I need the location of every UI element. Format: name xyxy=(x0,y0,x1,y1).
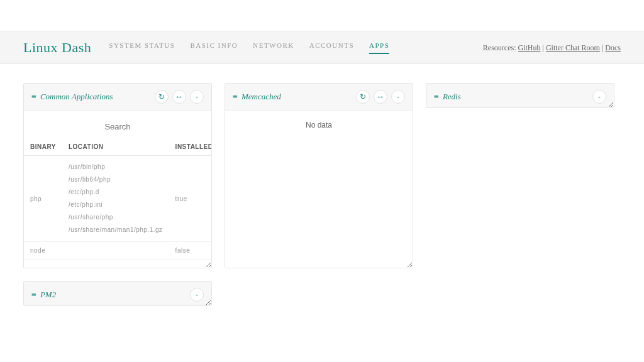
minimize-button[interactable]: - xyxy=(190,288,204,302)
tab-basic-info[interactable]: BASIC INFO xyxy=(190,41,238,54)
card-title-text: Common Applications xyxy=(40,92,113,102)
cell-location xyxy=(62,242,169,260)
card-pm2: ≡ PM2 - xyxy=(23,281,212,306)
dashboard-content: ≡ Common Applications ↻ ↔ - BINARY LOCAT… xyxy=(11,83,633,306)
col-installed[interactable]: INSTALLED xyxy=(169,138,211,156)
resources-prefix: Resources: xyxy=(483,43,518,52)
resources-links: Resources: GitHub | Gitter Chat Room | D… xyxy=(483,43,621,53)
top-navbar: Linux Dash SYSTEM STATUS BASIC INFO NETW… xyxy=(0,31,644,64)
tab-network[interactable]: NETWORK xyxy=(253,41,294,54)
cell-installed: true xyxy=(169,156,211,242)
link-docs[interactable]: Docs xyxy=(605,43,621,52)
card-title-text: Memcached xyxy=(242,92,281,102)
card-redis: ≡ Redis - xyxy=(426,83,614,108)
refresh-button[interactable]: ↻ xyxy=(356,90,370,104)
table-row: node false xyxy=(24,242,211,260)
brand-title: Linux Dash xyxy=(23,40,91,56)
expand-button[interactable]: ↔ xyxy=(374,90,387,104)
minimize-button[interactable]: - xyxy=(190,90,204,104)
cell-location: /usr/bin/php /usr/lib64/php /etc/php.d /… xyxy=(62,156,169,242)
link-github[interactable]: GitHub xyxy=(518,43,541,52)
apps-table: BINARY LOCATION INSTALLED php /usr/bin/p… xyxy=(24,138,211,260)
card-memcached: ≡ Memcached ↻ ↔ - No data xyxy=(225,83,413,268)
sep: | xyxy=(541,43,546,52)
drag-icon[interactable]: ≡ xyxy=(31,92,36,102)
nav-tabs: SYSTEM STATUS BASIC INFO NETWORK ACCOUNT… xyxy=(109,41,389,54)
tab-apps[interactable]: APPS xyxy=(369,41,389,54)
drag-icon[interactable]: ≡ xyxy=(233,92,238,102)
drag-icon[interactable]: ≡ xyxy=(434,92,439,102)
card-title-text: Redis xyxy=(443,92,461,102)
search-input[interactable] xyxy=(31,122,204,131)
expand-button[interactable]: ↔ xyxy=(172,90,186,104)
minimize-button[interactable]: - xyxy=(391,90,405,104)
tab-system-status[interactable]: SYSTEM STATUS xyxy=(109,41,175,54)
col-binary[interactable]: BINARY xyxy=(24,138,62,156)
refresh-button[interactable]: ↻ xyxy=(155,90,169,104)
cell-installed: false xyxy=(169,242,211,260)
tab-accounts[interactable]: ACCOUNTS xyxy=(309,41,354,54)
no-data-text: No data xyxy=(225,117,413,129)
cell-binary: node xyxy=(24,242,62,260)
col-location[interactable]: LOCATION xyxy=(62,138,169,156)
cell-binary: php xyxy=(24,156,62,242)
card-common-applications: ≡ Common Applications ↻ ↔ - BINARY LOCAT… xyxy=(23,83,212,268)
link-gitter[interactable]: Gitter Chat Room xyxy=(546,43,600,52)
minimize-button[interactable]: - xyxy=(592,90,606,104)
card-title-text: PM2 xyxy=(40,290,56,300)
table-row: php /usr/bin/php /usr/lib64/php /etc/php… xyxy=(24,156,211,242)
drag-icon[interactable]: ≡ xyxy=(31,290,36,300)
